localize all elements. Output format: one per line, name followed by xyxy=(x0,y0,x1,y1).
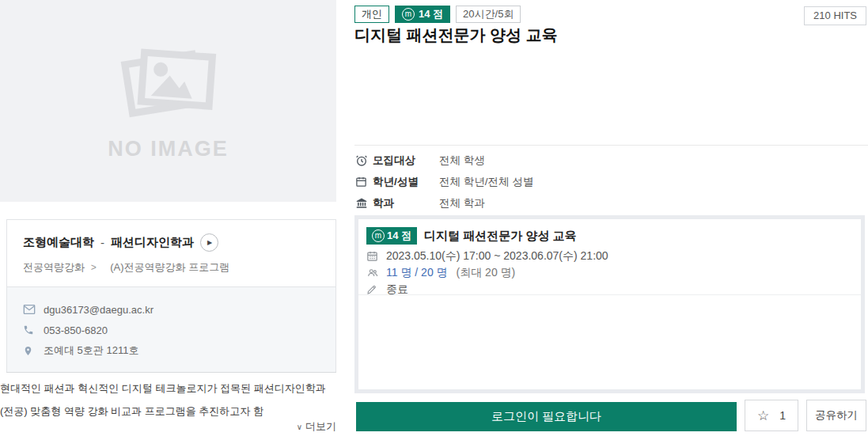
course-mileage-badge: m14 점 xyxy=(366,227,417,245)
calendar-icon xyxy=(366,250,381,262)
map-pin-icon xyxy=(23,345,44,357)
people-icon xyxy=(366,267,381,279)
program-type: (A)전공역량강화 프로그램 xyxy=(110,261,229,273)
info-label: 학과 xyxy=(373,196,439,211)
badge-personal-label: 개인 xyxy=(362,7,382,21)
envelope-icon xyxy=(23,304,44,315)
pen-icon xyxy=(366,284,381,295)
login-required-button[interactable]: 로그인이 필요합니다 xyxy=(356,402,737,431)
department-header: 조형예술대학 - 패션디자인학과 ▶ 전공역량강화 > (A)전공역량강화 프로… xyxy=(7,220,335,286)
contact-phone-row: 053-850-6820 xyxy=(23,320,320,340)
no-image-label: NO IMAGE xyxy=(108,137,229,161)
hits-counter: 210 HITS xyxy=(804,6,866,25)
badge-personal: 개인 xyxy=(354,6,389,23)
left-divider xyxy=(6,372,336,373)
course-date-row: 2023.05.10(수) 17:00 ~ 2023.06.07(수) 21:0… xyxy=(366,248,853,264)
email-value: dgu36173@daegu.ac.kr xyxy=(44,304,154,316)
no-image-placeholder: NO IMAGE xyxy=(0,0,336,202)
more-button[interactable]: ∨더보기 xyxy=(0,419,336,434)
course-card-header: m14 점 디지털 패션전문가 양성 교육 2023.05.10(수) 17:0… xyxy=(358,219,861,295)
capacity-max: (최대 20 명) xyxy=(457,266,516,280)
chevron-right-icon: > xyxy=(91,262,97,273)
alarm-clock-icon xyxy=(355,154,373,167)
info-value: 전체 학생 xyxy=(439,154,485,168)
info-value: 전체 학과 xyxy=(439,196,485,211)
favorite-button[interactable]: ☆ 1 xyxy=(745,400,798,431)
more-label: 더보기 xyxy=(305,420,336,432)
course-status: 종료 xyxy=(386,283,408,297)
program-category[interactable]: 전공역량강화 xyxy=(23,261,85,273)
photo-icon xyxy=(117,40,220,124)
page-title: 디지털 패션전문가 양성 교육 xyxy=(354,25,558,46)
badge-hours: 20시간/5회 xyxy=(456,6,521,23)
chevron-down-icon: ∨ xyxy=(297,423,302,431)
badge-row: 개인 m14 점 20시간/5회 xyxy=(354,6,521,23)
info-label: 학년/성별 xyxy=(373,175,439,189)
location-value: 조예대 5호관 1211호 xyxy=(44,343,138,358)
capacity-current: 11 명 / 20 명 xyxy=(386,266,448,280)
college-name: 조형예술대학 xyxy=(23,235,94,250)
phone-icon xyxy=(23,324,44,336)
course-card: m14 점 디지털 패션전문가 양성 교육 2023.05.10(수) 17:0… xyxy=(354,215,865,393)
m-circle-icon: m xyxy=(402,8,415,21)
play-button[interactable]: ▶ xyxy=(200,233,218,252)
course-capacity-row: 11 명 / 20 명 (최대 20 명) xyxy=(366,264,853,281)
course-date: 2023.05.10(수) 17:00 ~ 2023.06.07(수) 21:0… xyxy=(386,249,608,264)
badge-hours-label: 20시간/5회 xyxy=(463,7,514,21)
right-divider xyxy=(354,145,868,146)
contact-email-row: dgu36173@daegu.ac.kr xyxy=(23,299,320,320)
badge-mileage: m14 점 xyxy=(395,6,450,23)
info-row-department: 학과 전체 학과 xyxy=(355,192,533,214)
info-label: 모집대상 xyxy=(373,154,439,168)
share-button[interactable]: 공유하기 xyxy=(806,400,866,431)
contact-info: dgu36173@daegu.ac.kr 053-850-6820 조예대 5호… xyxy=(7,286,335,372)
program-description: 현대적인 패션과 혁신적인 디지털 테크놀로지가 접목된 패션디자인학과(전공)… xyxy=(0,377,336,423)
department-card: 조형예술대학 - 패션디자인학과 ▶ 전공역량강화 > (A)전공역량강화 프로… xyxy=(6,219,336,373)
course-title: 디지털 패션전문가 양성 교육 xyxy=(424,229,577,244)
play-icon: ▶ xyxy=(207,240,212,246)
course-mileage-label: 14 점 xyxy=(387,229,411,243)
college-dept-separator: - xyxy=(100,236,104,249)
contact-location-row: 조예대 5호관 1211호 xyxy=(23,340,320,361)
course-card-body xyxy=(358,295,861,384)
university-icon xyxy=(355,197,373,209)
star-icon: ☆ xyxy=(757,409,769,423)
info-row-grade-gender: 학년/성별 전체 학년/전체 성별 xyxy=(355,171,533,192)
calendar-icon xyxy=(355,176,373,188)
info-value: 전체 학년/전체 성별 xyxy=(439,175,533,189)
m-circle-icon: m xyxy=(372,229,385,242)
favorite-count: 1 xyxy=(779,409,786,422)
phone-value: 053-850-6820 xyxy=(44,324,108,336)
program-info-list: 모집대상 전체 학생 학년/성별 전체 학년/전체 성별 학과 전체 학과 xyxy=(355,150,533,214)
info-row-target: 모집대상 전체 학생 xyxy=(355,150,533,171)
department-name: 패션디자인학과 xyxy=(111,235,194,250)
badge-mileage-label: 14 점 xyxy=(419,7,443,21)
